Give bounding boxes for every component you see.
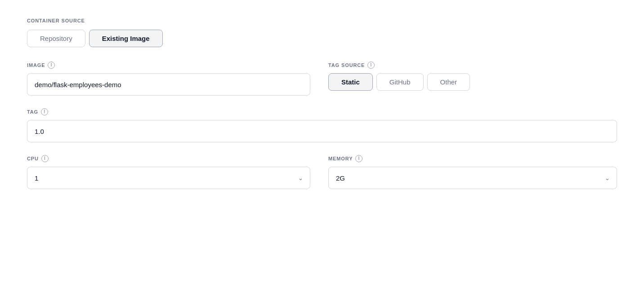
- tag-source-label: TAG SOURCE i: [328, 62, 617, 69]
- cpu-info-icon: i: [41, 155, 49, 162]
- cpu-field-group: CPU i 0.25 0.5 1 2 4 ⌄: [27, 155, 310, 189]
- memory-select-wrapper: 512M 1G 2G 4G 8G ⌄: [328, 167, 617, 189]
- container-source-buttons: Repository Existing Image: [27, 30, 617, 47]
- image-input[interactable]: [27, 73, 310, 96]
- tag-source-github-button[interactable]: GitHub: [376, 73, 424, 91]
- image-tag-source-row: IMAGE i TAG SOURCE i Static GitHub Other: [27, 62, 617, 96]
- image-info-icon: i: [48, 62, 55, 69]
- cpu-label: CPU i: [27, 155, 310, 162]
- container-source-label: CONTAINER SOURCE: [27, 18, 617, 23]
- container-source-section: CONTAINER SOURCE Repository Existing Ima…: [27, 18, 617, 47]
- tag-input[interactable]: [27, 120, 617, 142]
- tag-source-info-icon: i: [367, 62, 375, 69]
- cpu-select-wrapper: 0.25 0.5 1 2 4 ⌄: [27, 167, 310, 189]
- repository-button[interactable]: Repository: [27, 30, 85, 47]
- tag-info-icon: i: [41, 108, 48, 115]
- memory-label: MEMORY i: [328, 155, 617, 162]
- tag-label: TAG i: [27, 108, 617, 115]
- tag-source-field-group: TAG SOURCE i Static GitHub Other: [328, 62, 617, 91]
- existing-image-button[interactable]: Existing Image: [89, 30, 163, 47]
- image-label: IMAGE i: [27, 62, 310, 69]
- memory-field-group: MEMORY i 512M 1G 2G 4G 8G ⌄: [328, 155, 617, 189]
- cpu-memory-row: CPU i 0.25 0.5 1 2 4 ⌄ MEMORY i 512M 1G …: [27, 155, 617, 189]
- tag-field-group: TAG i: [27, 108, 617, 142]
- memory-info-icon: i: [355, 155, 362, 162]
- image-field-group: IMAGE i: [27, 62, 310, 96]
- tag-source-static-button[interactable]: Static: [328, 73, 373, 91]
- tag-source-other-button[interactable]: Other: [427, 73, 470, 91]
- tag-source-buttons: Static GitHub Other: [328, 73, 617, 91]
- memory-select[interactable]: 512M 1G 2G 4G 8G: [328, 167, 617, 189]
- cpu-select[interactable]: 0.25 0.5 1 2 4: [27, 167, 310, 189]
